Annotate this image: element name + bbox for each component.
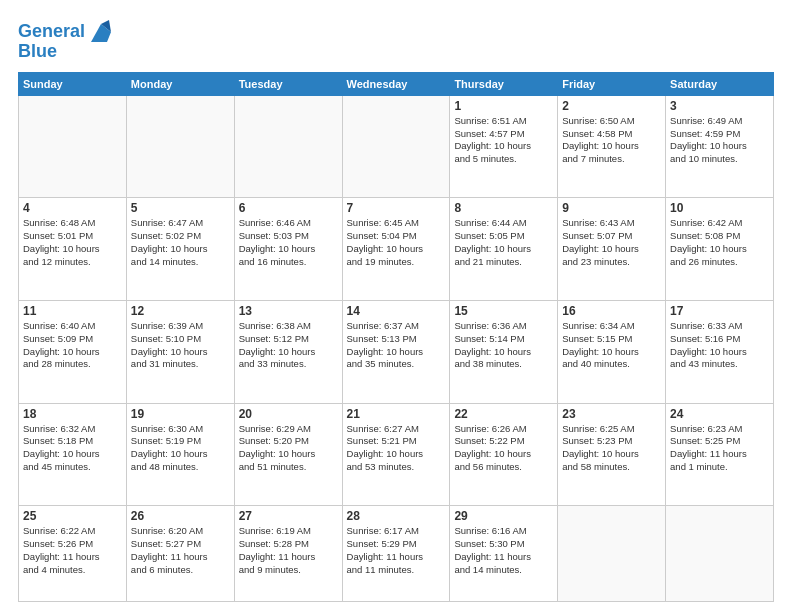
calendar-cell: 17Sunrise: 6:33 AM Sunset: 5:16 PM Dayli… <box>666 301 774 404</box>
day-info: Sunrise: 6:50 AM Sunset: 4:58 PM Dayligh… <box>562 115 661 166</box>
week-row-4: 25Sunrise: 6:22 AM Sunset: 5:26 PM Dayli… <box>19 506 774 602</box>
calendar-cell: 16Sunrise: 6:34 AM Sunset: 5:15 PM Dayli… <box>558 301 666 404</box>
logo-text-general: General <box>18 22 85 42</box>
weekday-sunday: Sunday <box>19 72 127 95</box>
calendar-cell: 24Sunrise: 6:23 AM Sunset: 5:25 PM Dayli… <box>666 403 774 506</box>
calendar-cell: 25Sunrise: 6:22 AM Sunset: 5:26 PM Dayli… <box>19 506 127 602</box>
day-info: Sunrise: 6:45 AM Sunset: 5:04 PM Dayligh… <box>347 217 446 268</box>
day-info: Sunrise: 6:43 AM Sunset: 5:07 PM Dayligh… <box>562 217 661 268</box>
day-info: Sunrise: 6:33 AM Sunset: 5:16 PM Dayligh… <box>670 320 769 371</box>
day-info: Sunrise: 6:19 AM Sunset: 5:28 PM Dayligh… <box>239 525 338 576</box>
day-number: 16 <box>562 304 661 318</box>
day-number: 28 <box>347 509 446 523</box>
calendar: SundayMondayTuesdayWednesdayThursdayFrid… <box>18 72 774 602</box>
calendar-cell: 10Sunrise: 6:42 AM Sunset: 5:08 PM Dayli… <box>666 198 774 301</box>
weekday-monday: Monday <box>126 72 234 95</box>
calendar-cell: 15Sunrise: 6:36 AM Sunset: 5:14 PM Dayli… <box>450 301 558 404</box>
calendar-cell: 3Sunrise: 6:49 AM Sunset: 4:59 PM Daylig… <box>666 95 774 198</box>
day-info: Sunrise: 6:38 AM Sunset: 5:12 PM Dayligh… <box>239 320 338 371</box>
calendar-cell: 20Sunrise: 6:29 AM Sunset: 5:20 PM Dayli… <box>234 403 342 506</box>
calendar-cell: 5Sunrise: 6:47 AM Sunset: 5:02 PM Daylig… <box>126 198 234 301</box>
calendar-cell <box>342 95 450 198</box>
day-info: Sunrise: 6:27 AM Sunset: 5:21 PM Dayligh… <box>347 423 446 474</box>
logo-icon <box>87 18 115 46</box>
calendar-cell: 29Sunrise: 6:16 AM Sunset: 5:30 PM Dayli… <box>450 506 558 602</box>
week-row-2: 11Sunrise: 6:40 AM Sunset: 5:09 PM Dayli… <box>19 301 774 404</box>
logo: General Blue <box>18 18 115 62</box>
day-number: 29 <box>454 509 553 523</box>
calendar-cell: 2Sunrise: 6:50 AM Sunset: 4:58 PM Daylig… <box>558 95 666 198</box>
day-number: 2 <box>562 99 661 113</box>
day-info: Sunrise: 6:29 AM Sunset: 5:20 PM Dayligh… <box>239 423 338 474</box>
day-info: Sunrise: 6:26 AM Sunset: 5:22 PM Dayligh… <box>454 423 553 474</box>
calendar-cell: 4Sunrise: 6:48 AM Sunset: 5:01 PM Daylig… <box>19 198 127 301</box>
header: General Blue <box>18 18 774 62</box>
day-info: Sunrise: 6:32 AM Sunset: 5:18 PM Dayligh… <box>23 423 122 474</box>
day-number: 20 <box>239 407 338 421</box>
week-row-0: 1Sunrise: 6:51 AM Sunset: 4:57 PM Daylig… <box>19 95 774 198</box>
calendar-cell: 12Sunrise: 6:39 AM Sunset: 5:10 PM Dayli… <box>126 301 234 404</box>
calendar-cell: 1Sunrise: 6:51 AM Sunset: 4:57 PM Daylig… <box>450 95 558 198</box>
day-info: Sunrise: 6:51 AM Sunset: 4:57 PM Dayligh… <box>454 115 553 166</box>
calendar-cell: 28Sunrise: 6:17 AM Sunset: 5:29 PM Dayli… <box>342 506 450 602</box>
day-info: Sunrise: 6:48 AM Sunset: 5:01 PM Dayligh… <box>23 217 122 268</box>
day-number: 15 <box>454 304 553 318</box>
day-info: Sunrise: 6:44 AM Sunset: 5:05 PM Dayligh… <box>454 217 553 268</box>
week-row-1: 4Sunrise: 6:48 AM Sunset: 5:01 PM Daylig… <box>19 198 774 301</box>
day-number: 9 <box>562 201 661 215</box>
calendar-cell: 11Sunrise: 6:40 AM Sunset: 5:09 PM Dayli… <box>19 301 127 404</box>
calendar-cell: 23Sunrise: 6:25 AM Sunset: 5:23 PM Dayli… <box>558 403 666 506</box>
weekday-thursday: Thursday <box>450 72 558 95</box>
day-info: Sunrise: 6:49 AM Sunset: 4:59 PM Dayligh… <box>670 115 769 166</box>
day-number: 1 <box>454 99 553 113</box>
day-info: Sunrise: 6:25 AM Sunset: 5:23 PM Dayligh… <box>562 423 661 474</box>
day-number: 23 <box>562 407 661 421</box>
calendar-cell <box>19 95 127 198</box>
calendar-cell: 26Sunrise: 6:20 AM Sunset: 5:27 PM Dayli… <box>126 506 234 602</box>
day-number: 25 <box>23 509 122 523</box>
day-number: 22 <box>454 407 553 421</box>
day-number: 4 <box>23 201 122 215</box>
weekday-tuesday: Tuesday <box>234 72 342 95</box>
weekday-header-row: SundayMondayTuesdayWednesdayThursdayFrid… <box>19 72 774 95</box>
day-info: Sunrise: 6:34 AM Sunset: 5:15 PM Dayligh… <box>562 320 661 371</box>
day-number: 10 <box>670 201 769 215</box>
weekday-saturday: Saturday <box>666 72 774 95</box>
day-info: Sunrise: 6:46 AM Sunset: 5:03 PM Dayligh… <box>239 217 338 268</box>
calendar-cell: 19Sunrise: 6:30 AM Sunset: 5:19 PM Dayli… <box>126 403 234 506</box>
day-number: 7 <box>347 201 446 215</box>
calendar-cell: 7Sunrise: 6:45 AM Sunset: 5:04 PM Daylig… <box>342 198 450 301</box>
day-info: Sunrise: 6:47 AM Sunset: 5:02 PM Dayligh… <box>131 217 230 268</box>
day-number: 18 <box>23 407 122 421</box>
day-info: Sunrise: 6:20 AM Sunset: 5:27 PM Dayligh… <box>131 525 230 576</box>
calendar-cell <box>558 506 666 602</box>
day-info: Sunrise: 6:39 AM Sunset: 5:10 PM Dayligh… <box>131 320 230 371</box>
day-info: Sunrise: 6:23 AM Sunset: 5:25 PM Dayligh… <box>670 423 769 474</box>
logo-text-blue: Blue <box>18 42 57 62</box>
day-info: Sunrise: 6:17 AM Sunset: 5:29 PM Dayligh… <box>347 525 446 576</box>
page: General Blue SundayMondayTuesdayWednesda… <box>0 0 792 612</box>
day-number: 8 <box>454 201 553 215</box>
calendar-cell <box>126 95 234 198</box>
day-info: Sunrise: 6:36 AM Sunset: 5:14 PM Dayligh… <box>454 320 553 371</box>
calendar-cell: 22Sunrise: 6:26 AM Sunset: 5:22 PM Dayli… <box>450 403 558 506</box>
calendar-cell: 13Sunrise: 6:38 AM Sunset: 5:12 PM Dayli… <box>234 301 342 404</box>
day-number: 12 <box>131 304 230 318</box>
day-number: 14 <box>347 304 446 318</box>
day-number: 19 <box>131 407 230 421</box>
calendar-cell: 18Sunrise: 6:32 AM Sunset: 5:18 PM Dayli… <box>19 403 127 506</box>
day-number: 27 <box>239 509 338 523</box>
calendar-cell: 6Sunrise: 6:46 AM Sunset: 5:03 PM Daylig… <box>234 198 342 301</box>
day-info: Sunrise: 6:37 AM Sunset: 5:13 PM Dayligh… <box>347 320 446 371</box>
weekday-wednesday: Wednesday <box>342 72 450 95</box>
calendar-cell: 21Sunrise: 6:27 AM Sunset: 5:21 PM Dayli… <box>342 403 450 506</box>
day-info: Sunrise: 6:40 AM Sunset: 5:09 PM Dayligh… <box>23 320 122 371</box>
day-number: 3 <box>670 99 769 113</box>
calendar-cell: 27Sunrise: 6:19 AM Sunset: 5:28 PM Dayli… <box>234 506 342 602</box>
day-info: Sunrise: 6:22 AM Sunset: 5:26 PM Dayligh… <box>23 525 122 576</box>
day-info: Sunrise: 6:30 AM Sunset: 5:19 PM Dayligh… <box>131 423 230 474</box>
day-number: 13 <box>239 304 338 318</box>
day-number: 6 <box>239 201 338 215</box>
week-row-3: 18Sunrise: 6:32 AM Sunset: 5:18 PM Dayli… <box>19 403 774 506</box>
day-number: 17 <box>670 304 769 318</box>
